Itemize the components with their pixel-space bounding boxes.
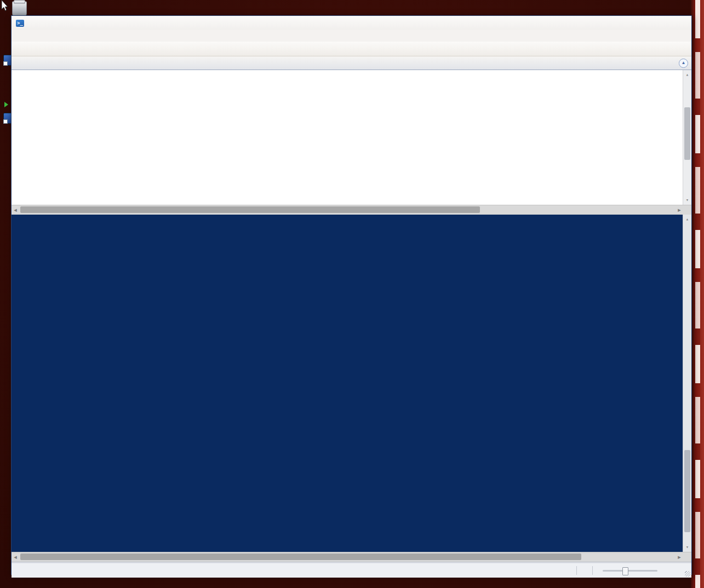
zoom-slider[interactable] xyxy=(603,570,657,572)
close-button[interactable] xyxy=(669,16,691,30)
console-vertical-scrollbar[interactable]: ▴ ▾ xyxy=(683,215,691,552)
editor-vscroll-thumb[interactable] xyxy=(684,107,690,160)
collapse-tab-strip-button[interactable]: ▲ xyxy=(679,59,688,68)
zoom-slider-thumb[interactable] xyxy=(622,567,628,575)
resize-grip-icon[interactable] xyxy=(685,571,690,577)
scroll-up-icon[interactable]: ▴ xyxy=(683,71,691,79)
status-bar xyxy=(12,563,691,578)
scroll-left-icon[interactable]: ◂ xyxy=(12,553,19,561)
scroll-down-icon[interactable]: ▾ xyxy=(683,543,691,551)
editor-horizontal-scrollbar[interactable]: ◂ ▸ xyxy=(12,205,691,215)
scroll-left-icon[interactable]: ◂ xyxy=(12,206,19,214)
status-separator xyxy=(592,566,593,575)
editor-vertical-scrollbar[interactable]: ▴ ▾ xyxy=(683,70,691,205)
scroll-down-icon[interactable]: ▾ xyxy=(683,196,691,204)
desktop-shortcut-arrow-icon xyxy=(4,102,8,107)
console-vscroll-thumb[interactable] xyxy=(684,450,690,532)
desktop-wallpaper-shatter xyxy=(691,0,704,588)
mouse-cursor-icon xyxy=(1,0,10,13)
scroll-right-icon[interactable]: ▸ xyxy=(676,553,683,561)
scroll-up-icon[interactable]: ▴ xyxy=(683,215,691,223)
script-tab-strip: ▲ xyxy=(12,56,691,70)
powershell-ise-app-icon: >_ xyxy=(16,20,24,27)
maximize-button[interactable] xyxy=(648,16,669,30)
console-pane[interactable]: ▴ ▾ xyxy=(12,215,691,552)
editor-hscroll-thumb[interactable] xyxy=(20,206,480,213)
console-horizontal-scrollbar[interactable]: ◂ ▸ xyxy=(12,552,691,562)
toolbar xyxy=(12,42,691,56)
menu-bar xyxy=(12,30,691,42)
console-output xyxy=(12,215,691,216)
status-separator xyxy=(576,566,577,575)
title-bar[interactable]: >_ xyxy=(12,16,691,30)
minimize-button[interactable] xyxy=(626,16,648,30)
powershell-ise-window: >_ ▲ ▴ ▾ ◂ ▸ ▴ ▾ ◂ ▸ xyxy=(11,15,692,575)
scroll-right-icon[interactable]: ▸ xyxy=(676,206,683,214)
console-hscroll-thumb[interactable] xyxy=(20,554,581,560)
script-editor-pane[interactable]: ▴ ▾ xyxy=(12,70,691,205)
recycle-bin-icon[interactable] xyxy=(12,1,27,16)
